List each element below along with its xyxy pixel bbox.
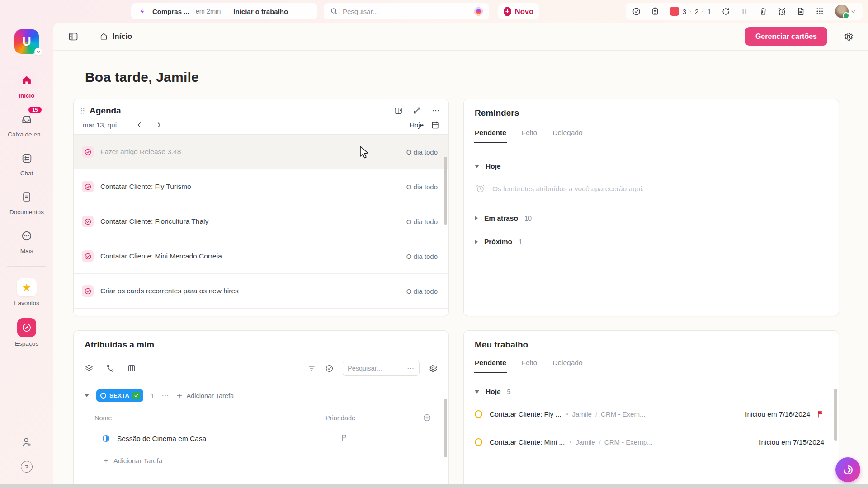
manage-cards-button[interactable]: Gerenciar cartões [745, 27, 827, 46]
agenda-event-row[interactable]: Criar os cards recorrentes para os new h… [74, 274, 448, 309]
document-icon[interactable] [797, 7, 805, 16]
agenda-event-row[interactable]: Contatar Cliente: Floricultura Thaly O d… [74, 204, 448, 239]
status-check-icon[interactable] [132, 392, 140, 399]
alarm-empty-icon [476, 184, 485, 193]
prev-day-icon[interactable] [136, 121, 143, 129]
assigned-search-input[interactable] [348, 365, 403, 372]
show-closed-icon[interactable] [325, 364, 334, 373]
trash-icon[interactable] [759, 7, 767, 16]
tab-pendente[interactable]: Pendente [475, 359, 506, 373]
expand-icon[interactable] [413, 106, 421, 115]
tab-pendente[interactable]: Pendente [475, 129, 506, 143]
reminders-overdue-group[interactable]: Em atraso 10 [475, 214, 828, 222]
invite-user-icon[interactable] [21, 436, 33, 448]
check-circle-icon[interactable] [632, 7, 641, 16]
my-work-card: Meu trabalho Pendente Feito Delegado Hoj… [463, 330, 839, 488]
columns-icon[interactable] [127, 364, 136, 373]
avatar[interactable] [835, 5, 849, 18]
timer-remaining: em 2min [196, 8, 221, 15]
ai-icon[interactable] [474, 7, 483, 16]
sidebar-toggle-icon[interactable] [68, 31, 79, 42]
status-in-progress-icon[interactable] [102, 434, 110, 443]
clipboard-icon[interactable] [651, 7, 659, 16]
add-task-row[interactable]: Adicionar Tarefa [103, 457, 438, 465]
group-count: 10 [524, 215, 532, 222]
sidebar-item-inbox[interactable]: 15 Caixa de en... [0, 111, 53, 138]
reminders-card: Reminders Pendente Feito Delegado Hoje O… [463, 99, 839, 316]
filter-icon[interactable] [307, 364, 316, 373]
subtasks-icon[interactable] [106, 364, 115, 373]
apps-grid-icon[interactable] [816, 7, 824, 16]
recording-indicator[interactable]: 3 2 1 [670, 7, 711, 16]
priority-flag-red-icon[interactable] [816, 410, 824, 418]
record-stop-icon[interactable] [670, 7, 679, 16]
sidebar-item-espacos[interactable]: Espaços [0, 318, 53, 347]
breadcrumb[interactable]: Início [99, 32, 132, 41]
tab-feito[interactable]: Feito [522, 359, 537, 373]
tab-feito[interactable]: Feito [522, 129, 537, 143]
plus-icon [103, 457, 109, 464]
pause-icon[interactable] [741, 7, 748, 16]
task-name: Contatar Cliente: Mini ... [490, 438, 565, 446]
add-task-label: Adicionar Tarefa [186, 392, 234, 399]
agenda-event-row[interactable]: Contatar Cliente: Mini Mercado Correia O… [74, 239, 448, 274]
event-time: O dia todo [406, 183, 438, 191]
next-day-icon[interactable] [155, 121, 163, 129]
search-options-icon[interactable]: ⋯ [407, 364, 415, 373]
column-nome[interactable]: Nome [94, 414, 326, 422]
reminders-today-group[interactable]: Hoje [475, 162, 828, 170]
assigned-search[interactable]: ⋯ [343, 361, 420, 376]
layout-panel-icon[interactable] [394, 106, 403, 115]
mywork-task-row[interactable]: Contatar Cliente: Mini ... Jamile / CRM … [475, 428, 828, 456]
assigned-task-row[interactable]: Sessão de Cinema em Casa [85, 427, 438, 450]
new-button[interactable]: + Novo [498, 3, 539, 19]
status-group-pill[interactable]: SEXTA [96, 389, 143, 402]
collapse-triangle-icon[interactable] [85, 394, 89, 397]
sidebar-item-inicio[interactable]: Início [0, 72, 53, 99]
help-icon[interactable]: ? [21, 461, 33, 473]
task-name: Sessão de Cinema em Casa [117, 435, 340, 443]
agenda-event-row[interactable]: Contatar Cliente: Fly Turismo O dia todo [74, 169, 448, 204]
tab-delegado[interactable]: Delegado [552, 129, 582, 143]
mywork-task-row[interactable]: Contatar Cliente: Fly ... Jamile / CRM -… [475, 400, 828, 428]
global-search[interactable] [324, 3, 489, 19]
group-ellipsis-icon[interactable]: ⋯ [161, 391, 169, 400]
ellipsis-icon[interactable] [431, 106, 440, 115]
sidebar-item-documentos[interactable]: Documentos [0, 188, 53, 216]
reminders-tabs: Pendente Feito Delegado [475, 129, 828, 143]
user-menu[interactable] [835, 5, 856, 18]
refresh-icon[interactable] [722, 7, 730, 16]
column-prioridade[interactable]: Prioridade [326, 414, 423, 422]
add-column-icon[interactable] [423, 413, 431, 422]
mywork-scrollbar[interactable] [834, 389, 837, 441]
empty-text: Os lembretes atribuídos a você aparecerã… [492, 185, 644, 193]
status-todo-icon[interactable] [475, 410, 482, 418]
event-time: O dia todo [406, 253, 438, 260]
calendar-icon[interactable] [431, 121, 439, 129]
workspace-logo[interactable]: U [14, 29, 39, 54]
drag-handle-icon[interactable] [80, 107, 85, 114]
sidebar-item-mais[interactable]: Mais [0, 227, 53, 254]
ai-assistant-fab[interactable] [835, 457, 860, 482]
agenda-event-row[interactable]: Fazer artigo Release 3.48 O dia todo [74, 135, 448, 169]
assigned-scrollbar[interactable] [444, 399, 447, 457]
settings-gear-icon[interactable] [844, 32, 854, 42]
group-label: Próximo [484, 238, 512, 246]
workspace-switcher-chevron[interactable] [34, 48, 42, 56]
sidebar-item-favoritos[interactable]: ★ Favoritos [0, 278, 53, 306]
status-todo-icon[interactable] [475, 438, 482, 446]
reminders-upcoming-group[interactable]: Próximo 1 [475, 238, 828, 246]
agenda-today-button[interactable]: Hoje [410, 121, 424, 129]
tab-delegado[interactable]: Delegado [552, 359, 582, 373]
add-task-button[interactable]: Adicionar Tarefa [176, 392, 234, 399]
sidebar-item-chat[interactable]: Chat [0, 150, 53, 177]
search-input[interactable] [343, 8, 470, 15]
agenda-scrollbar[interactable] [444, 157, 447, 225]
alarm-icon[interactable] [778, 7, 786, 16]
priority-flag-icon[interactable] [340, 434, 348, 441]
group-by-layers-icon[interactable] [85, 364, 94, 373]
start-work-button[interactable]: Iniciar o trabalho [233, 8, 288, 15]
mywork-today-group[interactable]: Hoje 5 [475, 388, 828, 396]
task-timer[interactable]: Compras ... em 2min Iniciar o trabalho [131, 3, 317, 19]
card-settings-gear-icon[interactable] [429, 364, 438, 373]
